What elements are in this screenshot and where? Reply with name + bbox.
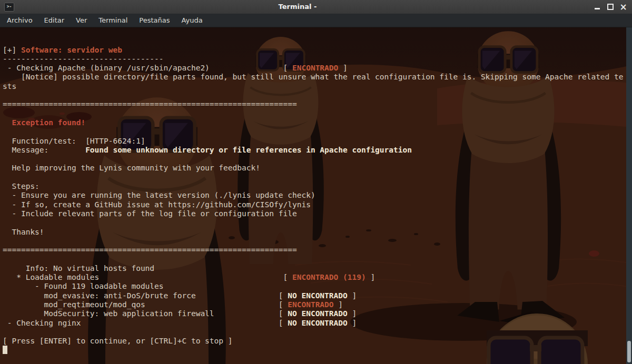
terminal-cursor [3,346,7,354]
menu-item-editar[interactable]: Editar [38,14,71,27]
terminal-line [3,255,629,264]
terminal-line [3,328,629,337]
terminal-line: * Loadable modules [ ENCONTRADO (119) ] [3,273,629,282]
terminal-line: [ Press [ENTER] to continue, or [CTRL]+C… [3,337,629,346]
terminal-line: Info: No virtual hosts found [3,264,629,273]
minimize-icon [595,8,600,9]
menu-item-pestañas[interactable]: Pestañas [133,14,175,27]
terminal-line [3,346,629,355]
terminal-line: [Notice] possible directory/file parts f… [3,73,629,82]
terminal-line: - If so, create a GitHub issue at https:… [3,200,629,209]
terminal-line: [+] Software: servidor web [3,46,629,55]
menu-bar: ArchivoEditarVerTerminalPestañasAyuda [0,14,632,27]
terminal-line [3,27,629,36]
terminal-line: ModSecurity: web application firewall [ … [3,309,629,318]
menu-item-ver[interactable]: Ver [70,14,93,27]
minimize-button[interactable] [590,1,604,13]
scrollbar-thumb[interactable] [627,341,631,362]
terminal-window[interactable]: [+] Software: servidor web--------------… [0,27,632,364]
terminal-line: ========================================… [3,100,629,109]
window-controls: × [590,0,630,14]
maximize-button[interactable] [604,1,617,13]
terminal-line: Message: Found some unknown directory or… [3,146,629,155]
terminal-line: Exception found! [3,118,629,127]
menu-item-archivo[interactable]: Archivo [1,14,38,27]
maximize-icon [607,4,614,10]
terminal-line: mod_reqtimeout/mod_qos [ ENCONTRADO ] [3,300,629,309]
terminal-line: - Found 119 loadable modules [3,282,629,291]
title-bar[interactable]: >- Terminal - × [0,0,632,14]
terminal-line [3,127,629,136]
terminal-line: - Ensure you are running the latest vers… [3,191,629,200]
terminal-line: Help improving the Lynis community with … [3,164,629,173]
terminal-line: ========================================… [3,246,629,255]
menu-item-terminal[interactable]: Terminal [93,14,133,27]
terminal-line: Steps: [3,182,629,191]
window-title: Terminal - [0,0,595,14]
terminal-line [3,237,629,246]
terminal-line: - Include relevant parts of the log file… [3,209,629,218]
terminal-line [3,91,629,100]
terminal-line [3,36,629,45]
close-button[interactable]: × [617,1,630,13]
terminal-line: ----------------------------------- [3,55,629,64]
terminal-line: - Checking Apache (binary /usr/sbin/apac… [3,64,629,73]
close-icon: × [619,3,627,12]
terminal-line [3,109,629,118]
menu-bar-items: ArchivoEditarVerTerminalPestañasAyuda [1,14,209,27]
scrollbar-track[interactable] [626,27,632,364]
terminal-line [3,155,629,164]
terminal-line: - Checking nginx [ NO ENCONTRADO ] [3,319,629,328]
terminal-output: [+] Software: servidor web--------------… [3,27,629,355]
terminal-line [3,218,629,227]
terminal-line: sts [3,82,629,91]
terminal-line: Function/test: [HTTP-6624:1] [3,137,629,146]
terminal-line [3,173,629,182]
terminal-line: mod_evasive: anti-DoS/brute force [ NO E… [3,291,629,300]
terminal-line: Thanks! [3,228,629,237]
menu-item-ayuda[interactable]: Ayuda [176,14,209,27]
